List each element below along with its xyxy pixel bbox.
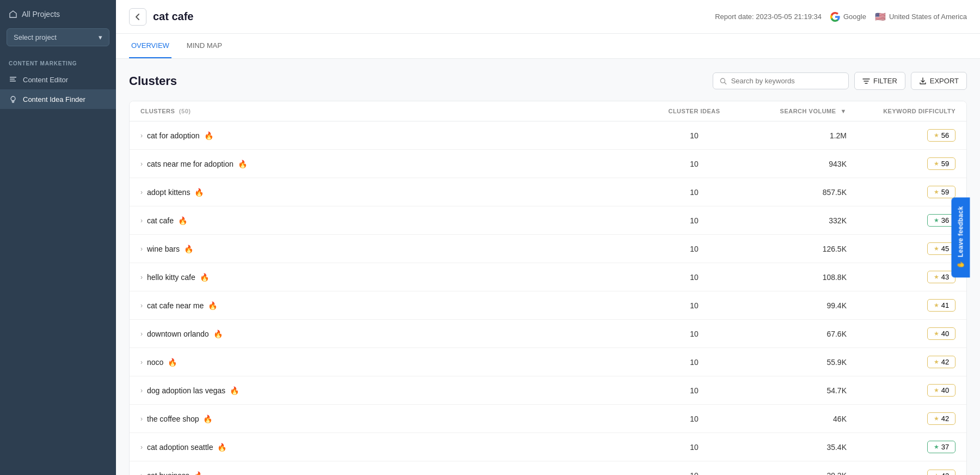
row-search-volume: 108.8K — [738, 273, 847, 282]
clusters-count: (50) — [177, 108, 191, 114]
row-keyword-difficulty: ★ 59 — [847, 186, 955, 198]
svg-rect-1 — [10, 79, 15, 80]
report-date: Report date: 2023-05-05 21:19:34 — [715, 13, 822, 21]
export-button[interactable]: EXPORT — [911, 72, 967, 90]
row-keyword-difficulty: ★ 41 — [847, 299, 955, 312]
star-icon: ★ — [934, 443, 939, 450]
row-expand-icon[interactable]: › — [140, 302, 143, 309]
row-expand-icon[interactable]: › — [140, 415, 143, 423]
difficulty-badge: ★ 40 — [927, 327, 955, 340]
row-expand-icon[interactable]: › — [140, 188, 143, 196]
row-cluster-ideas: 10 — [651, 188, 738, 197]
row-expand-icon[interactable]: › — [140, 273, 143, 281]
back-arrow-icon — [134, 13, 142, 21]
table-row[interactable]: › cat for adoption 🔥 10 1.2M ★ 56 — [130, 121, 966, 150]
star-icon: ★ — [934, 472, 939, 476]
fire-icon: 🔥 — [194, 188, 204, 197]
star-icon: ★ — [934, 415, 939, 422]
feedback-tab[interactable]: ✋ Leave feedback — [952, 198, 970, 278]
row-cluster-ideas: 10 — [651, 160, 738, 168]
row-search-volume: 126.5K — [738, 245, 847, 253]
row-expand-icon[interactable]: › — [140, 330, 143, 338]
row-search-volume: 29.2K — [738, 471, 847, 475]
row-expand-icon[interactable]: › — [140, 358, 143, 366]
table-row[interactable]: › hello kitty cafe 🔥 10 108.8K ★ 43 — [130, 263, 966, 291]
th-keyword-difficulty: KEYWORD DIFFICULTY — [847, 108, 955, 114]
row-cluster-name: › adopt kittens 🔥 — [140, 188, 651, 197]
row-search-volume: 857.5K — [738, 188, 847, 197]
difficulty-value: 59 — [941, 188, 949, 196]
row-cluster-ideas: 10 — [651, 415, 738, 423]
difficulty-badge: ★ 37 — [927, 441, 955, 453]
row-expand-icon[interactable]: › — [140, 245, 143, 253]
row-keyword-difficulty: ★ 56 — [847, 129, 955, 142]
tab-mind-map[interactable]: MIND MAP — [185, 34, 224, 58]
row-search-volume: 54.7K — [738, 386, 847, 395]
row-expand-icon[interactable]: › — [140, 472, 143, 475]
row-expand-icon[interactable]: › — [140, 160, 143, 168]
filter-label: FILTER — [873, 77, 897, 85]
fire-icon: 🔥 — [204, 131, 213, 140]
table-row[interactable]: › downtown orlando 🔥 10 67.6K ★ 40 — [130, 320, 966, 348]
table-row[interactable]: › cat business 🔥 10 29.2K ★ 42 — [130, 461, 966, 475]
country-label: United States of America — [889, 13, 967, 21]
th-search-volume[interactable]: SEARCH VOLUME ▼ — [738, 108, 847, 114]
difficulty-badge: ★ 40 — [927, 384, 955, 397]
table-row[interactable]: › the coffee shop 🔥 10 46K ★ 42 — [130, 405, 966, 433]
difficulty-badge: ★ 42 — [927, 412, 955, 425]
table-row[interactable]: › noco 🔥 10 55.9K ★ 42 — [130, 348, 966, 376]
all-projects-label: All Projects — [22, 10, 60, 19]
export-icon — [919, 77, 927, 85]
difficulty-value: 41 — [941, 301, 949, 309]
row-cluster-ideas: 10 — [651, 386, 738, 395]
svg-rect-0 — [10, 77, 16, 78]
tab-overview[interactable]: OVERVIEW — [129, 34, 171, 58]
search-input[interactable] — [731, 77, 842, 85]
table-row[interactable]: › cat cafe near me 🔥 10 99.4K ★ 41 — [130, 291, 966, 320]
filter-icon — [862, 77, 870, 85]
row-expand-icon[interactable]: › — [140, 217, 143, 224]
sidebar-item-content-editor[interactable]: Content Editor — [0, 70, 116, 89]
row-keyword-difficulty: ★ 59 — [847, 157, 955, 170]
export-label: EXPORT — [930, 77, 959, 85]
table-row[interactable]: › adopt kittens 🔥 10 857.5K ★ 59 — [130, 178, 966, 206]
star-icon: ★ — [934, 273, 939, 281]
sidebar-item-label: Content Idea Finder — [23, 95, 85, 103]
project-select[interactable]: Select project ▾ — [7, 28, 109, 46]
difficulty-value: 42 — [941, 358, 949, 366]
row-cluster-name: › cats near me for adoption 🔥 — [140, 160, 651, 168]
th-cluster-ideas: CLUSTER IDEAS — [651, 108, 738, 114]
row-expand-icon[interactable]: › — [140, 387, 143, 394]
row-cluster-ideas: 10 — [651, 273, 738, 282]
back-button[interactable] — [129, 8, 146, 26]
topbar: cat cafe Report date: 2023-05-05 21:19:3… — [116, 0, 980, 34]
clusters-title: Clusters — [129, 74, 177, 88]
row-cluster-ideas: 10 — [651, 216, 738, 225]
keyword-search-box[interactable] — [713, 72, 849, 89]
fire-icon: 🔥 — [238, 160, 247, 168]
google-icon — [830, 12, 840, 22]
row-cluster-name: › downtown orlando 🔥 — [140, 330, 651, 338]
star-icon: ★ — [934, 188, 939, 196]
sidebar-item-content-idea-finder[interactable]: Content Idea Finder — [0, 89, 116, 109]
difficulty-badge: ★ 41 — [927, 299, 955, 312]
table-row[interactable]: › wine bars 🔥 10 126.5K ★ 45 — [130, 235, 966, 263]
row-keyword-difficulty: ★ 40 — [847, 327, 955, 340]
table-row[interactable]: › dog adoption las vegas 🔥 10 54.7K ★ 40 — [130, 376, 966, 405]
sidebar-all-projects[interactable]: All Projects — [0, 0, 116, 28]
difficulty-badge: ★ 56 — [927, 129, 955, 142]
fire-icon: 🔥 — [203, 415, 212, 423]
difficulty-value: 43 — [941, 273, 949, 281]
row-keyword-difficulty: ★ 40 — [847, 384, 955, 397]
filter-button[interactable]: FILTER — [854, 72, 905, 90]
fire-icon: 🔥 — [184, 245, 193, 253]
lines-icon — [9, 75, 17, 84]
difficulty-value: 42 — [941, 415, 949, 423]
table-row[interactable]: › cat adoption seattle 🔥 10 35.4K ★ 37 — [130, 433, 966, 461]
row-cluster-name: › hello kitty cafe 🔥 — [140, 273, 651, 282]
row-expand-icon[interactable]: › — [140, 443, 143, 451]
search-engine-label: Google — [843, 13, 866, 21]
row-expand-icon[interactable]: › — [140, 132, 143, 139]
table-row[interactable]: › cats near me for adoption 🔥 10 943K ★ … — [130, 150, 966, 178]
table-row[interactable]: › cat cafe 🔥 10 332K ★ 36 — [130, 206, 966, 235]
